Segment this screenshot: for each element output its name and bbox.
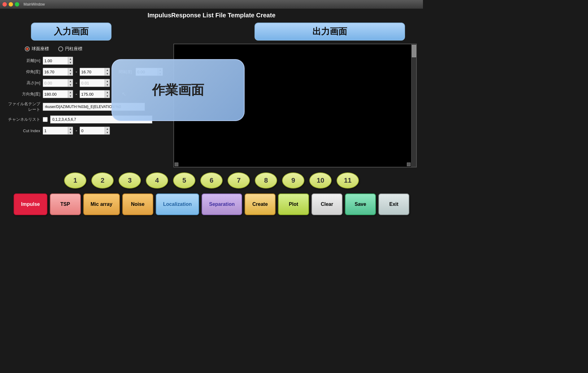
elevation-to-input[interactable]: ▲ ▼: [80, 68, 110, 76]
direction-from-value[interactable]: [43, 90, 68, 98]
distance-up[interactable]: ▲: [68, 57, 73, 61]
cut-index-from-input[interactable]: ▲ ▼: [43, 127, 73, 135]
action-button-separation[interactable]: Separation: [202, 193, 242, 215]
number-button-1[interactable]: 1: [64, 172, 86, 189]
height-label: 高さ[m]: [6, 80, 40, 86]
height-dash: -: [76, 80, 77, 86]
height-to-down[interactable]: ▼: [105, 83, 110, 87]
action-button-clear[interactable]: Clear: [311, 193, 342, 215]
cut-index-dash: -: [76, 128, 77, 133]
cut-index-from-up[interactable]: ▲: [68, 127, 73, 131]
cut-index-to-up[interactable]: ▲: [105, 127, 110, 131]
scroll-indicator-tl: [175, 163, 178, 166]
radio-cylindrical[interactable]: 円柱座標: [58, 46, 82, 52]
close-button[interactable]: [2, 2, 7, 7]
direction-from-up[interactable]: ▲: [68, 90, 73, 94]
number-button-2[interactable]: 2: [91, 172, 114, 189]
direction-to-down[interactable]: ▼: [105, 94, 110, 98]
channel-checkbox[interactable]: [43, 117, 48, 122]
minimize-button[interactable]: [9, 2, 13, 7]
number-button-7[interactable]: 7: [228, 172, 250, 189]
elevation-from-input[interactable]: ▲ ▼: [43, 68, 73, 76]
cut-index-to-arrows: ▲ ▼: [105, 127, 110, 134]
scroll-indicator-tr: [407, 163, 411, 166]
action-button-create[interactable]: Create: [245, 193, 276, 215]
cut-index-label: Cut Index: [6, 128, 40, 133]
elevation-to-up[interactable]: ▲: [105, 68, 110, 72]
action-button-noise[interactable]: Noise: [122, 193, 153, 215]
radio-spherical-label: 球面座標: [32, 46, 49, 52]
elevation-dash: -: [76, 69, 77, 75]
input-panel-header: 入力画面: [31, 23, 111, 41]
direction-dash: -: [76, 91, 77, 97]
number-button-5[interactable]: 5: [173, 172, 195, 189]
elevation-to-arrows: ▲ ▼: [105, 68, 110, 76]
distance-input[interactable]: ▲ ▼: [43, 57, 73, 65]
cut-index-from-value[interactable]: [43, 127, 68, 134]
height-to-up[interactable]: ▲: [105, 79, 110, 83]
cut-index-from-down[interactable]: ▼: [68, 131, 73, 134]
direction-to-input[interactable]: ▲ ▼: [80, 90, 110, 98]
main-content: ImpulusResponse List File Template Creat…: [0, 9, 423, 220]
number-button-6[interactable]: 6: [200, 172, 223, 189]
action-button-localization[interactable]: Localization: [156, 193, 199, 215]
form-output-section: 球面座標 円柱座標 距離[m] ▲ ▼: [6, 44, 417, 167]
radio-spherical[interactable]: 球面座標: [25, 46, 49, 52]
number-button-8[interactable]: 8: [255, 172, 277, 189]
cut-index-to-input[interactable]: ▲ ▼: [80, 127, 110, 135]
height-to-value[interactable]: [80, 79, 105, 87]
number-button-9[interactable]: 9: [282, 172, 304, 189]
page-title: ImpulusResponse List File Template Creat…: [6, 12, 417, 19]
elevation-from-value[interactable]: [43, 68, 68, 76]
action-button-tsp[interactable]: TSP: [50, 193, 81, 215]
elevation-to-down[interactable]: ▼: [105, 72, 110, 76]
elevation-from-up[interactable]: ▲: [68, 68, 73, 72]
output-panel-header: 出力画面: [255, 23, 405, 41]
file-template-label: ファイル名テンプレート: [6, 101, 40, 112]
elevation-to-value[interactable]: [80, 68, 105, 76]
cut-index-from-arrows: ▲ ▼: [68, 127, 73, 134]
height-from-up[interactable]: ▲: [68, 79, 73, 83]
direction-to-up[interactable]: ▲: [105, 90, 110, 94]
work-panel-label: 作業画面: [152, 81, 204, 99]
action-buttons-row: ImpulseTSPMic arrayNoiseLocalizationSepa…: [6, 192, 417, 217]
number-button-3[interactable]: 3: [119, 172, 141, 189]
action-button-save[interactable]: Save: [345, 193, 376, 215]
direction-to-value[interactable]: [80, 90, 105, 98]
action-button-impulse[interactable]: Impulse: [14, 193, 47, 215]
output-scrollbar[interactable]: [411, 44, 416, 167]
title-bar: MainWindow: [0, 0, 423, 9]
height-from-value[interactable]: [43, 79, 68, 87]
cut-index-row: Cut Index ▲ ▼ - ▲ ▼: [6, 127, 167, 135]
height-from-down[interactable]: ▼: [68, 83, 73, 87]
distance-value[interactable]: [43, 57, 68, 64]
height-to-arrows: ▲ ▼: [105, 79, 110, 87]
panel-headers-row: 入力画面 出力画面: [6, 23, 417, 41]
cut-index-to-value[interactable]: [80, 127, 105, 134]
height-to-input[interactable]: ▲ ▼: [80, 79, 110, 87]
radio-cylindrical-label: 円柱座標: [65, 46, 82, 52]
action-button-plot[interactable]: Plot: [278, 193, 309, 215]
number-button-4[interactable]: 4: [146, 172, 168, 189]
action-button-exit[interactable]: Exit: [378, 193, 409, 215]
distance-down[interactable]: ▼: [68, 61, 73, 64]
elevation-from-down[interactable]: ▼: [68, 72, 73, 76]
direction-from-arrows: ▲ ▼: [68, 90, 73, 98]
action-button-micarray[interactable]: Mic array: [83, 193, 120, 215]
distance-arrows: ▲ ▼: [68, 57, 73, 64]
direction-from-input[interactable]: ▲ ▼: [43, 90, 73, 98]
radio-spherical-dot: [25, 46, 30, 51]
window-title: MainWindow: [24, 2, 45, 7]
number-button-10[interactable]: 10: [309, 172, 332, 189]
distance-label: 距離[m]: [6, 58, 40, 63]
number-button-11[interactable]: 11: [337, 172, 359, 189]
cut-index-to-down[interactable]: ▼: [105, 131, 110, 134]
height-from-input[interactable]: ▲ ▼: [43, 79, 73, 87]
elevation-from-arrows: ▲ ▼: [68, 68, 73, 76]
maximize-button[interactable]: [15, 2, 19, 7]
number-buttons-row: 1234567891011: [6, 167, 417, 192]
scrollbar-thumb[interactable]: [412, 45, 416, 57]
direction-from-down[interactable]: ▼: [68, 94, 73, 98]
radio-cylindrical-dot: [58, 46, 63, 51]
radio-group: 球面座標 円柱座標: [25, 46, 167, 52]
